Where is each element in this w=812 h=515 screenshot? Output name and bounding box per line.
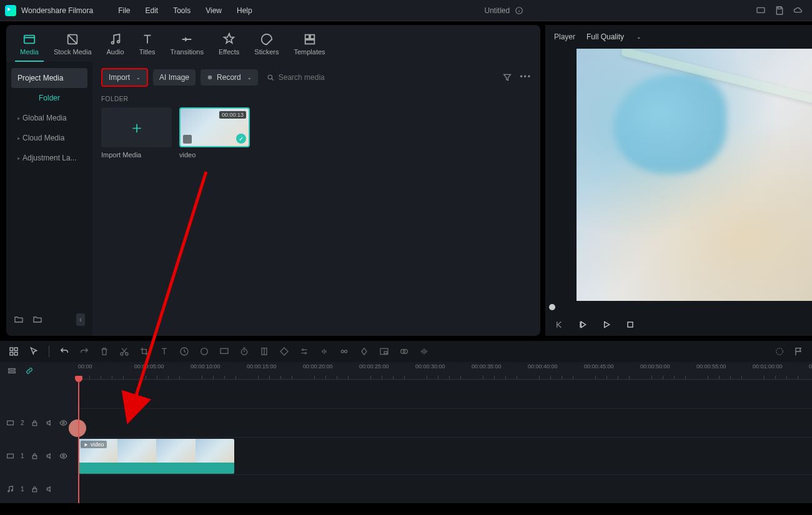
audio-icon[interactable] (319, 346, 329, 356)
audio-indicator (69, 419, 86, 437)
tab-stickers[interactable]: Stickers (249, 30, 284, 62)
screen-icon[interactable] (756, 6, 766, 16)
timer-icon[interactable] (239, 346, 249, 356)
save-icon[interactable] (775, 6, 785, 16)
mute-icon[interactable] (45, 452, 53, 460)
color-icon[interactable] (199, 346, 209, 356)
play-controls (545, 313, 812, 336)
svg-point-24 (201, 348, 208, 355)
ai-image-button[interactable]: AI Image (153, 69, 196, 86)
speed-icon[interactable] (179, 346, 189, 356)
filter-icon[interactable] (502, 72, 512, 82)
track-lane-v2[interactable] (78, 408, 812, 437)
media-panel: Media Stock Media Audio Titles Transitio… (6, 25, 540, 336)
prev-frame-button[interactable] (554, 320, 564, 330)
timeline-view-icon[interactable] (7, 366, 16, 375)
media-thumb-video[interactable]: 00:00:13 ✓ (179, 107, 250, 147)
svg-rect-25 (220, 348, 228, 353)
info-icon[interactable] (515, 6, 523, 15)
pip-icon[interactable] (379, 346, 389, 356)
import-media-tile[interactable]: ＋ (101, 107, 172, 147)
svg-rect-10 (310, 35, 314, 39)
svg-rect-41 (32, 455, 37, 458)
more-icon[interactable]: ••• (520, 72, 532, 82)
screen-icon2[interactable] (219, 346, 229, 356)
crop-icon[interactable] (139, 346, 149, 356)
menu-tools[interactable]: Tools (173, 6, 191, 15)
import-button[interactable]: Import⌄ (101, 68, 148, 87)
scrubber-handle[interactable] (549, 304, 555, 310)
lock-icon[interactable] (31, 452, 39, 460)
sidebar-item-cloud-media[interactable]: ▸Cloud Media (11, 128, 87, 148)
tab-effects[interactable]: Effects (214, 30, 244, 62)
sidebar-item-global-media[interactable]: ▸Global Media (11, 108, 87, 128)
text-icon[interactable] (159, 346, 169, 356)
new-folder-icon[interactable] (14, 315, 24, 325)
main-tabs: Media Stock Media Audio Titles Transitio… (6, 25, 540, 62)
cloud-icon[interactable] (793, 6, 803, 16)
delete-icon[interactable] (99, 346, 109, 356)
redo-icon[interactable] (79, 346, 89, 356)
svg-rect-19 (10, 352, 13, 355)
record-button[interactable]: Record⌄ (201, 69, 258, 86)
playhead[interactable] (78, 380, 79, 503)
link-icon[interactable] (25, 366, 34, 375)
menu-file[interactable]: File (118, 6, 130, 15)
timeline-ruler[interactable]: 00:0000:00:05:0000:00:10:0000:00:15:0000… (78, 362, 812, 380)
marker-icon[interactable] (259, 346, 269, 356)
menu-view[interactable]: View (205, 6, 222, 15)
timeline-toolbar (0, 341, 812, 362)
render-icon[interactable] (775, 346, 785, 356)
import-media-label: Import Media (101, 151, 172, 159)
search-media[interactable] (263, 69, 498, 86)
undo-icon[interactable] (59, 346, 69, 356)
quality-select[interactable]: Full Quality⌄ (587, 32, 641, 41)
adjust-icon[interactable] (299, 346, 309, 356)
timeline-clip-video[interactable]: video (78, 439, 234, 474)
tab-media[interactable]: Media (15, 30, 44, 62)
preview-scrubber[interactable] (545, 301, 812, 313)
sidebar-item-project-media[interactable]: Project Media (11, 68, 87, 88)
preview-viewport[interactable] (577, 49, 812, 301)
mute-icon[interactable] (45, 485, 53, 493)
track-spacer (0, 380, 812, 408)
keyframe-icon[interactable] (359, 346, 369, 356)
flag-icon[interactable] (793, 346, 803, 356)
sidebar-item-adjustment-layer[interactable]: ▸Adjustment La... (11, 148, 87, 168)
eye-icon[interactable] (59, 452, 67, 460)
group-icon[interactable] (339, 346, 349, 356)
tab-audio[interactable]: Audio (102, 30, 129, 62)
waveform-icon[interactable] (419, 346, 429, 356)
sidebar-item-folder[interactable]: Folder (11, 88, 87, 108)
play-button[interactable] (602, 320, 611, 330)
stop-button[interactable] (625, 320, 635, 330)
mask-icon[interactable] (399, 346, 409, 356)
lock-icon[interactable] (31, 485, 39, 493)
svg-rect-3 (757, 7, 765, 12)
menu-edit[interactable]: Edit (146, 6, 159, 15)
svg-point-42 (62, 454, 64, 456)
tab-templates[interactable]: Templates (289, 30, 330, 62)
track-lane-a1[interactable] (78, 474, 812, 503)
collapse-sidebar-button[interactable]: ‹ (76, 313, 85, 326)
cut-icon[interactable] (119, 346, 129, 356)
tab-titles[interactable]: Titles (134, 30, 161, 62)
play-pause-icon[interactable] (578, 320, 588, 330)
folder-icon[interactable] (32, 315, 42, 325)
lock-icon[interactable] (31, 419, 39, 427)
mute-icon[interactable] (45, 419, 53, 427)
grid-icon[interactable] (9, 346, 19, 356)
app-name: Wondershare Filmora (21, 6, 93, 15)
svg-rect-35 (9, 369, 16, 370)
tab-stock-media[interactable]: Stock Media (49, 30, 97, 62)
tag-icon[interactable] (279, 346, 289, 356)
eye-icon[interactable] (59, 419, 67, 427)
svg-point-43 (8, 490, 9, 491)
search-input[interactable] (279, 73, 494, 82)
menu-help[interactable]: Help (237, 6, 252, 15)
media-area: Import⌄ AI Image Record⌄ ••• FOLDER (92, 62, 540, 336)
app-logo (5, 5, 16, 16)
track-lane-v1[interactable]: video (78, 437, 812, 474)
tab-transitions[interactable]: Transitions (166, 30, 209, 62)
cursor-icon[interactable] (29, 346, 39, 356)
